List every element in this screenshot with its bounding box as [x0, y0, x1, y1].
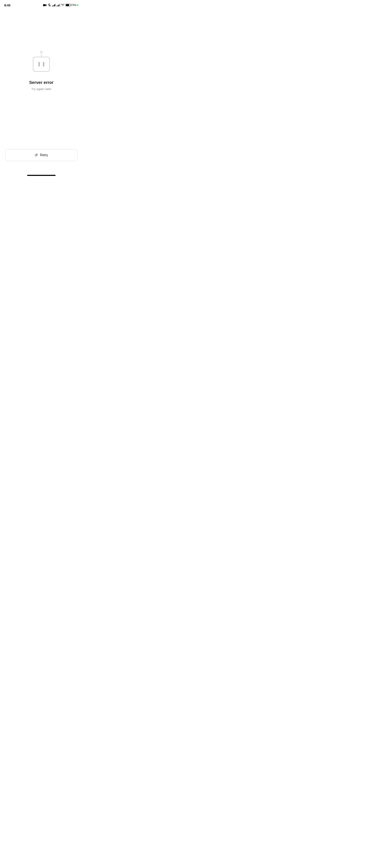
battery-fill: [66, 4, 69, 6]
bottom-area: ↺ Retry: [0, 149, 83, 172]
wifi-icon: [61, 4, 64, 6]
svg-point-4: [64, 4, 64, 4]
battery: 74%: [65, 4, 79, 6]
home-indicator: [0, 172, 83, 179]
error-subtitle: Try again later: [31, 87, 51, 91]
retry-icon: ↺: [35, 153, 38, 157]
battery-body: [65, 4, 70, 6]
mute-icon: [48, 4, 51, 6]
status-time: 8:43: [4, 3, 10, 7]
battery-dot: [77, 4, 79, 6]
signal-bars-2: [56, 4, 60, 6]
error-title: Server error: [29, 80, 54, 85]
plug-body: [33, 57, 50, 72]
signal-bars-1: [52, 4, 56, 6]
home-bar: [27, 175, 56, 176]
retry-button[interactable]: ↺ Retry: [5, 149, 78, 161]
camera-recording-icon: [43, 4, 47, 6]
error-illustration: [31, 51, 52, 74]
plug-prong-right: [43, 62, 44, 66]
status-icons: 74%: [43, 4, 79, 6]
plug-neck: [41, 54, 41, 57]
battery-percent: 74%: [71, 4, 76, 6]
status-bar: 8:43: [0, 0, 83, 9]
svg-rect-0: [43, 4, 46, 6]
plug-prong-left: [38, 62, 40, 66]
retry-label: Retry: [40, 153, 48, 157]
plug-head: [40, 51, 42, 53]
main-content: Server error Try again later: [0, 9, 83, 149]
